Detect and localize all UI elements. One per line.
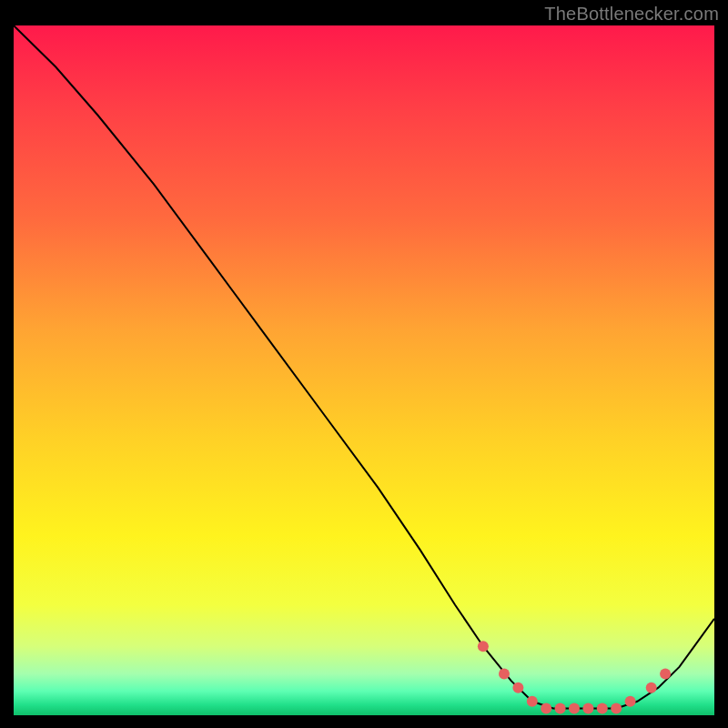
plot-area: [14, 25, 714, 715]
optimal-point: [527, 696, 538, 707]
optimal-point: [597, 703, 608, 713]
optimal-point: [541, 703, 551, 713]
bottleneck-plot: [14, 25, 714, 715]
optimal-point: [512, 682, 523, 693]
gradient-backdrop: [14, 25, 714, 715]
chart-stage: TheBottlenecker.com: [0, 0, 728, 728]
optimal-point: [611, 703, 622, 713]
optimal-point: [625, 696, 636, 707]
optimal-point: [569, 703, 580, 713]
optimal-point: [478, 641, 489, 652]
attribution-label: TheBottlenecker.com: [544, 4, 719, 25]
optimal-point: [582, 703, 593, 713]
optimal-point: [555, 703, 566, 713]
optimal-point: [660, 669, 671, 680]
optimal-point: [646, 682, 657, 693]
optimal-point: [499, 669, 510, 680]
